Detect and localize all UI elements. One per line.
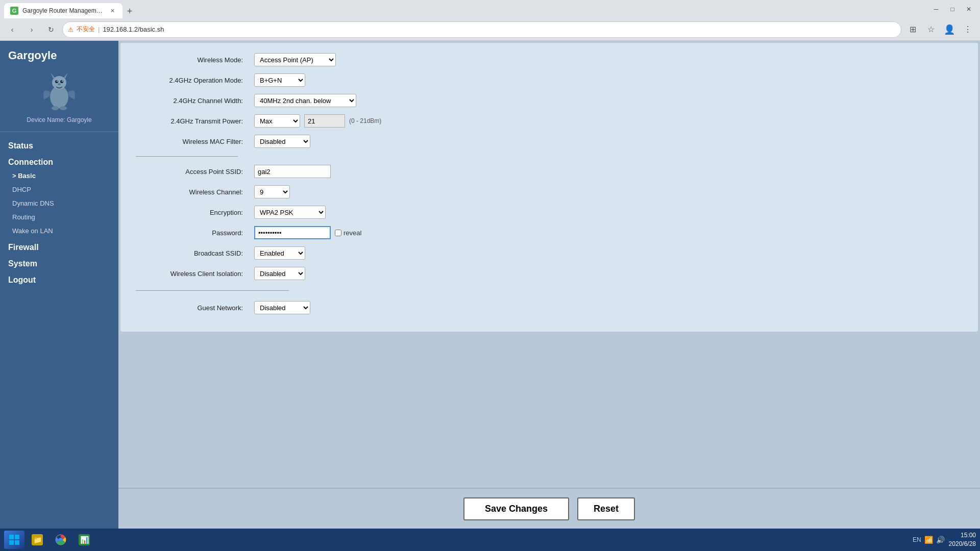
broadcast-ssid-control: Enabled Disabled [254, 246, 305, 260]
svg-rect-11 [9, 535, 14, 539]
password-row: Password: reveal [136, 226, 963, 239]
toolbar-right: ⊞ ☆ 👤 ⋮ [904, 21, 976, 38]
browser-toolbar: ‹ › ↻ ⚠ 不安全 | 192.168.1.2/basic.sh ⊞ ☆ 👤… [0, 18, 980, 41]
taskbar-chrome-button[interactable] [50, 532, 71, 548]
minimize-button[interactable]: ─ [929, 2, 943, 16]
channel-label-text: Wireless Channel: [136, 188, 248, 196]
window-controls: ─ □ ✕ [929, 2, 976, 16]
guest-network-select[interactable]: Disabled Enabled [254, 301, 310, 314]
bottom-action-bar: Save Changes Reset [118, 488, 980, 529]
sidebar-label-basic: > Basic [12, 172, 36, 180]
channel-width-select[interactable]: 40MHz 2nd chan. below 40MHz 2nd chan. ab… [254, 94, 356, 107]
refresh-button[interactable]: ↻ [43, 21, 59, 38]
tab-close-button[interactable]: ✕ [108, 7, 116, 15]
browser-titlebar: G Gargoyle Router Management ✕ + ─ □ ✕ [0, 0, 980, 18]
extensions-icon[interactable]: ⊞ [904, 21, 921, 38]
mac-filter-label: Wireless MAC Filter: [136, 138, 248, 145]
broadcast-ssid-select[interactable]: Enabled Disabled [254, 246, 305, 260]
section-divider-1 [136, 156, 238, 157]
power-range-label: (0 - 21dBm) [349, 117, 381, 124]
sidebar-item-basic[interactable]: > Basic [0, 169, 118, 183]
sidebar-item-routing[interactable]: Routing [0, 210, 118, 224]
section-divider-2 [136, 290, 289, 291]
reveal-label-text: reveal [344, 229, 361, 237]
start-button[interactable] [4, 531, 24, 549]
sidebar-label-routing: Routing [12, 213, 35, 221]
sidebar-item-wake-on-lan[interactable]: Wake on LAN [0, 224, 118, 238]
sidebar-item-status[interactable]: Status [0, 136, 118, 153]
clock-time: 15:00 [949, 531, 976, 540]
ssid-label: Access Point SSID: [136, 168, 248, 176]
sidebar-item-system[interactable]: System [0, 254, 118, 270]
taskbar-explorer-button[interactable]: 📁 [27, 532, 48, 548]
tab-title: Gargoyle Router Management [22, 7, 104, 14]
sidebar: Gargoyle [0, 41, 118, 529]
keyboard-icon: EN [913, 536, 921, 543]
channel-control: 9 12345 6781011 [254, 185, 290, 198]
encryption-row: Encryption: WPA2 PSK WPA PSK None [136, 206, 963, 219]
taskbar: 📁 📊 EN 📶 🔊 [0, 529, 980, 551]
channel-select[interactable]: 9 12345 6781011 [254, 185, 290, 198]
chrome-icon [55, 534, 66, 545]
back-button[interactable]: ‹ [4, 21, 20, 38]
svg-point-1 [52, 76, 66, 89]
channel-row: Wireless Channel: 9 12345 6781011 [136, 185, 963, 198]
client-isolation-control: Disabled Enabled [254, 267, 305, 280]
explorer-icon: 📁 [32, 534, 43, 545]
svg-marker-2 [51, 72, 55, 79]
password-control: reveal [254, 226, 361, 239]
guest-network-control: Disabled Enabled [254, 301, 310, 314]
sidebar-item-connection[interactable]: Connection [0, 153, 118, 169]
guest-network-row: Guest Network: Disabled Enabled [136, 301, 963, 314]
svg-rect-14 [15, 540, 19, 545]
password-input[interactable] [254, 226, 331, 239]
wireless-mode-row: Wireless Mode: Access Point (AP) Client [136, 53, 963, 66]
save-changes-button[interactable]: Save Changes [463, 497, 569, 520]
app-logo-title: Gargoyle [8, 49, 57, 62]
wireless-mode-select[interactable]: Access Point (AP) Client [254, 53, 336, 66]
transmit-power-control: Max High Medium Low 21 (0 - 21dBm) [254, 114, 381, 128]
forward-button[interactable]: › [23, 21, 40, 38]
security-label: 不安全 [77, 25, 95, 34]
svg-point-5 [60, 80, 63, 83]
svg-marker-3 [64, 72, 68, 79]
wireless-mode-control: Access Point (AP) Client [254, 53, 336, 66]
mac-filter-row: Wireless MAC Filter: Disabled Enabled [136, 135, 963, 148]
system-tray-icons: EN 📶 🔊 [913, 536, 945, 544]
channel-width-control: 40MHz 2nd chan. below 40MHz 2nd chan. ab… [254, 94, 356, 107]
page-body: Gargoyle [0, 41, 980, 529]
reset-button[interactable]: Reset [577, 497, 635, 520]
channel-width-label: 2.4GHz Channel Width: [136, 97, 248, 105]
sidebar-item-logout[interactable]: Logout [0, 270, 118, 287]
transmit-power-select[interactable]: Max High Medium Low [254, 114, 300, 128]
active-tab[interactable]: G Gargoyle Router Management ✕ [4, 3, 122, 18]
close-window-button[interactable]: ✕ [962, 2, 976, 16]
ssid-control [254, 165, 331, 178]
sidebar-item-firewall[interactable]: Firewall [0, 238, 118, 254]
maximize-button[interactable]: □ [945, 2, 960, 16]
svg-point-4 [55, 80, 58, 83]
ssid-input[interactable] [254, 165, 331, 178]
taskbar-app3-button[interactable]: 📊 [74, 532, 95, 548]
encryption-select[interactable]: WPA2 PSK WPA PSK None [254, 206, 326, 219]
menu-icon[interactable]: ⋮ [960, 21, 976, 38]
mac-filter-select[interactable]: Disabled Enabled [254, 135, 310, 148]
taskbar-clock: 15:00 2020/6/28 [949, 531, 976, 548]
wireless-mode-label: Wireless Mode: [136, 56, 248, 64]
sidebar-item-dynamic-dns[interactable]: Dynamic DNS [0, 196, 118, 210]
client-isolation-select[interactable]: Disabled Enabled [254, 267, 305, 280]
guest-network-label: Guest Network: [136, 304, 248, 312]
profile-icon[interactable]: 👤 [941, 21, 958, 38]
sidebar-item-dhcp[interactable]: DHCP [0, 183, 118, 196]
reveal-checkbox[interactable] [335, 230, 341, 236]
sidebar-logo-area: Gargoyle [0, 41, 118, 132]
new-tab-button[interactable]: + [122, 4, 137, 18]
op-mode-select[interactable]: B+G+N B+G N only [254, 73, 305, 87]
bookmark-icon[interactable]: ☆ [923, 21, 939, 38]
sidebar-label-connection: Connection [8, 158, 53, 166]
url-display[interactable]: 192.168.1.2/basic.sh [103, 26, 896, 33]
address-bar[interactable]: ⚠ 不安全 | 192.168.1.2/basic.sh [62, 21, 901, 38]
power-dbm-display: 21 [304, 114, 345, 128]
clock-date: 2020/6/28 [949, 540, 976, 548]
reveal-checkbox-label[interactable]: reveal [335, 229, 361, 237]
